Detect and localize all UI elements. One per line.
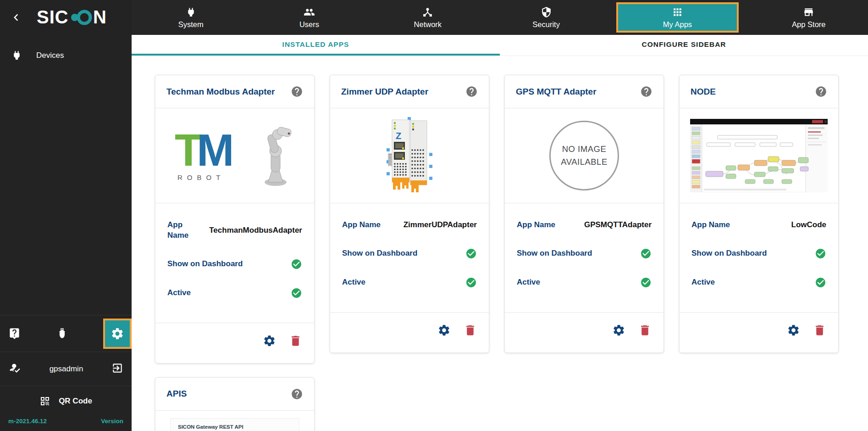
check-circle-icon — [465, 248, 477, 259]
io-module-photo: Z — [382, 115, 437, 196]
flow-editor-screenshot — [690, 119, 828, 192]
no-image-line2: AVAILABLE — [561, 156, 608, 168]
field-value: LowCode — [791, 220, 827, 229]
robot-arm-image — [254, 124, 296, 187]
field-app-name: App Name ZimmerUDPAdapter — [342, 220, 477, 230]
app-settings-button[interactable] — [437, 324, 451, 337]
app-card-node: NODE — [679, 75, 839, 353]
live-help-button[interactable] — [8, 327, 21, 340]
field-active: Active — [691, 277, 826, 288]
qr-code-icon — [39, 396, 50, 407]
sidebar-item-devices[interactable]: Devices — [0, 42, 132, 68]
field-active: Active — [342, 277, 477, 288]
app-card-apis: APIS SICON Gateway REST API — [155, 377, 315, 431]
gear-icon — [263, 334, 276, 347]
field-label: Active — [517, 277, 540, 288]
gear-icon — [787, 324, 800, 337]
help-icon[interactable] — [640, 85, 652, 98]
nav-item-app-store[interactable]: App Store — [750, 0, 868, 35]
check-circle-icon — [640, 248, 652, 259]
settings-button-highlighted[interactable] — [103, 319, 132, 349]
username: gpsadmin — [21, 364, 111, 374]
live-help-icon — [8, 327, 21, 340]
qr-code-button[interactable]: QR Code — [0, 386, 132, 416]
help-icon[interactable] — [815, 85, 827, 98]
nav-label: My Apps — [663, 20, 692, 29]
field-app-name: App Name GPSMQTTAdapter — [517, 220, 652, 230]
app-delete-button[interactable] — [464, 324, 477, 337]
app-delete-button[interactable] — [638, 324, 652, 337]
usb-icon — [56, 327, 68, 340]
app-image-flow-editor — [680, 108, 838, 203]
field-label: Show on Dashboard — [691, 248, 767, 259]
chevron-left-icon — [9, 11, 23, 24]
version-value: m-2021.46.12 — [8, 418, 47, 425]
nav-label: App Store — [792, 20, 825, 29]
app-image-placeholder: NO IMAGE AVAILABLE — [505, 108, 663, 203]
app-image-io-module: Z — [330, 108, 489, 203]
field-show-on-dashboard: Show on Dashboard — [342, 248, 477, 259]
no-image-placeholder: NO IMAGE AVAILABLE — [549, 121, 619, 190]
users-icon — [304, 6, 315, 18]
tm-robot-logo: T M ROBOT — [174, 126, 246, 185]
app-root: SIC N Devices gpsadmin — [0, 0, 868, 431]
app-delete-button[interactable] — [289, 334, 302, 347]
tab-installed-apps[interactable]: INSTALLED APPS — [132, 35, 500, 56]
field-label: Show on Dashboard — [167, 259, 243, 269]
check-circle-icon — [291, 287, 302, 299]
field-value: TechmanModbusAdapter — [209, 226, 302, 235]
gear-icon — [111, 327, 124, 341]
nav-item-security[interactable]: Security — [487, 0, 605, 35]
field-active: Active — [167, 287, 302, 299]
card-header: NODE — [680, 75, 838, 108]
logout-button[interactable] — [111, 362, 123, 376]
field-value: ZimmerUDPAdapter — [404, 220, 477, 229]
check-circle-icon — [291, 258, 302, 270]
nav-item-users[interactable]: Users — [250, 0, 368, 35]
logo-ring — [78, 11, 90, 23]
user-check-icon — [8, 362, 21, 376]
back-button[interactable] — [6, 8, 26, 27]
help-icon[interactable] — [291, 388, 303, 400]
card-fields: App Name LowCode Show on Dashboard Activ… — [680, 203, 838, 312]
gear-icon — [437, 324, 451, 337]
nav-item-network[interactable]: Network — [369, 0, 487, 35]
app-image-api-doc: SICON Gateway REST API — [155, 411, 314, 431]
help-icon[interactable] — [465, 85, 478, 98]
app-card-zimmer: Zimmer UDP Adapter Z — [330, 75, 489, 353]
app-delete-button[interactable] — [813, 324, 826, 337]
field-label: Show on Dashboard — [517, 248, 592, 259]
cards-row-1: Techman Modbus Adapter T M ROBOT — [155, 75, 868, 364]
sidebar: SIC N Devices gpsadmin — [0, 0, 132, 431]
card-footer — [155, 323, 314, 363]
card-title: APIS — [166, 389, 187, 399]
field-show-on-dashboard: Show on Dashboard — [691, 248, 826, 259]
app-settings-button[interactable] — [787, 324, 800, 337]
tab-configure-sidebar[interactable]: CONFIGURE SIDEBAR — [500, 35, 868, 56]
usb-device-button[interactable] — [56, 327, 68, 340]
plug-icon — [185, 6, 197, 18]
card-header: GPS MQTT Adapter — [505, 75, 663, 108]
field-value: GPSMQTTAdapter — [584, 220, 652, 229]
app-settings-button[interactable] — [612, 324, 625, 337]
nav-item-system[interactable]: System — [132, 0, 250, 35]
card-footer — [680, 313, 838, 353]
app-card-gps-mqtt: GPS MQTT Adapter NO IMAGE AVAILABLE App … — [504, 75, 664, 353]
nav-label: Network — [414, 20, 442, 29]
plug-icon — [11, 50, 22, 61]
api-doc-heading: SICON Gateway REST API — [178, 424, 292, 430]
help-icon[interactable] — [291, 85, 303, 98]
card-title: Techman Modbus Adapter — [166, 87, 275, 97]
field-label: App Name — [167, 220, 197, 241]
field-active: Active — [517, 277, 652, 288]
trash-icon — [813, 324, 826, 337]
logout-icon — [111, 362, 123, 374]
sidebar-footer-icons — [0, 315, 132, 352]
card-title: NODE — [691, 87, 716, 97]
version-row: m-2021.46.12 Version — [0, 416, 132, 431]
field-label: App Name — [691, 220, 730, 230]
nav-item-my-apps[interactable]: My Apps — [616, 2, 738, 33]
sidebar-footer: gpsadmin QR Code m-2021.46.12 Version — [0, 315, 132, 431]
field-app-name: App Name TechmanModbusAdapter — [167, 220, 302, 241]
app-settings-button[interactable] — [263, 334, 276, 347]
